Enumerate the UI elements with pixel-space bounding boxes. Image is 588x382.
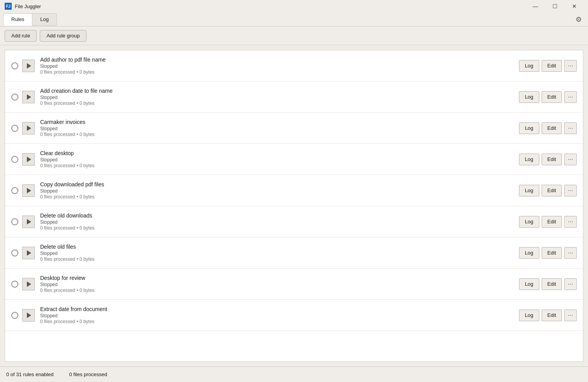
rule-stats: 0 files processed • 0 bytes [40,132,519,137]
rule-actions: Log Edit ··· [519,185,577,196]
play-icon [27,157,31,162]
rule-status: Stopped [40,126,519,131]
rule-item: Carmaker invoices Stopped 0 files proces… [5,113,583,144]
settings-icon[interactable]: ⚙ [572,13,585,26]
rule-more-button[interactable]: ··· [564,154,577,165]
rule-edit-button[interactable]: Edit [542,309,562,321]
rule-enable-radio[interactable] [11,62,18,69]
rule-info: Delete old downloads Stopped 0 files pro… [40,212,519,231]
minimize-button[interactable]: — [526,0,544,12]
rule-info: Desktop for review Stopped 0 files proce… [40,275,519,293]
files-processed-status: 0 files processed [69,371,107,377]
tab-rules[interactable]: Rules [3,13,32,26]
rule-log-button[interactable]: Log [519,278,539,290]
rule-item: Add author to pdf file name Stopped 0 fi… [5,50,583,81]
rule-play-button[interactable] [22,278,35,290]
rule-play-button[interactable] [22,309,35,322]
rule-log-button[interactable]: Log [519,216,539,228]
rule-more-button[interactable]: ··· [564,91,577,103]
add-rule-button[interactable]: Add rule [5,30,37,42]
rule-more-button[interactable]: ··· [564,216,577,228]
title-bar: FJ File Juggler — ☐ ✕ [0,0,588,12]
rule-enable-radio[interactable] [11,249,18,256]
rule-item: Delete old files Stopped 0 files process… [5,237,583,269]
rule-more-button[interactable]: ··· [564,278,577,290]
rule-log-button[interactable]: Log [519,185,539,196]
play-icon [27,188,31,193]
rule-play-button[interactable] [22,91,35,103]
maximize-button[interactable]: ☐ [546,0,564,12]
rule-name: Add author to pdf file name [40,57,519,63]
rule-status: Stopped [40,157,519,163]
rule-enable-radio[interactable] [11,187,18,194]
rule-play-button[interactable] [22,184,35,197]
rule-play-button[interactable] [22,122,35,134]
rule-edit-button[interactable]: Edit [542,216,562,228]
rule-name: Copy downloaded pdf files [40,181,519,187]
app-icon: FJ [5,3,12,10]
rule-enable-radio[interactable] [11,281,18,288]
window-controls: — ☐ ✕ [526,0,583,12]
rule-more-button[interactable]: ··· [564,309,577,321]
rules-list[interactable]: Add author to pdf file name Stopped 0 fi… [5,50,583,361]
rule-edit-button[interactable]: Edit [542,122,562,134]
play-icon [27,63,31,69]
rule-stats: 0 files processed • 0 bytes [40,69,519,75]
rule-info: Add author to pdf file name Stopped 0 fi… [40,57,519,75]
rule-name: Delete old files [40,244,519,250]
rule-actions: Log Edit ··· [519,247,577,259]
tab-bar: Rules Log ⚙ [0,12,588,27]
rule-edit-button[interactable]: Edit [542,91,562,103]
rule-log-button[interactable]: Log [519,60,539,72]
rule-info: Clear desktop Stopped 0 files processed … [40,150,519,168]
rule-more-button[interactable]: ··· [564,185,577,196]
rule-name: Desktop for review [40,275,519,281]
rule-actions: Log Edit ··· [519,216,577,228]
rule-actions: Log Edit ··· [519,154,577,165]
rule-status: Stopped [40,64,519,69]
rule-more-button[interactable]: ··· [564,60,577,72]
rule-log-button[interactable]: Log [519,122,539,134]
rule-edit-button[interactable]: Edit [542,185,562,196]
tab-log[interactable]: Log [32,13,57,26]
rule-log-button[interactable]: Log [519,247,539,259]
rule-play-button[interactable] [22,247,35,259]
add-rule-group-button[interactable]: Add rule group [40,30,86,42]
rule-item: Clear desktop Stopped 0 files processed … [5,144,583,175]
rule-enable-radio[interactable] [11,125,18,132]
rule-item: Add creation date to file name Stopped 0… [5,81,583,113]
rule-play-button[interactable] [22,60,35,72]
play-icon [27,313,31,318]
rule-enable-radio[interactable] [11,94,18,101]
rule-enable-radio[interactable] [11,312,18,319]
rule-edit-button[interactable]: Edit [542,154,562,165]
rule-more-button[interactable]: ··· [564,122,577,134]
rule-stats: 0 files processed • 0 bytes [40,256,519,262]
rule-item: Delete old downloads Stopped 0 files pro… [5,206,583,237]
rule-item: Extract date from document Stopped 0 fil… [5,300,583,331]
rule-actions: Log Edit ··· [519,278,577,290]
rule-log-button[interactable]: Log [519,154,539,165]
rule-name: Add creation date to file name [40,88,519,94]
rule-status: Stopped [40,95,519,100]
play-icon [27,126,31,131]
rule-enable-radio[interactable] [11,156,18,163]
rule-stats: 0 files processed • 0 bytes [40,319,519,324]
rules-enabled-status: 0 of 31 rules enabled [6,371,53,377]
rules-panel: Add author to pdf file name Stopped 0 fi… [5,50,583,362]
close-button[interactable]: ✕ [565,0,583,12]
status-bar: 0 of 31 rules enabled 0 files processed [0,366,588,382]
rule-edit-button[interactable]: Edit [542,278,562,290]
main-content: Add author to pdf file name Stopped 0 fi… [0,45,588,366]
rule-status: Stopped [40,251,519,256]
rule-log-button[interactable]: Log [519,91,539,103]
rule-play-button[interactable] [22,153,35,166]
rule-more-button[interactable]: ··· [564,247,577,259]
rule-edit-button[interactable]: Edit [542,247,562,259]
rule-log-button[interactable]: Log [519,309,539,321]
rule-actions: Log Edit ··· [519,60,577,72]
rule-edit-button[interactable]: Edit [542,60,562,72]
rule-enable-radio[interactable] [11,218,18,225]
rule-play-button[interactable] [22,216,35,228]
play-icon [27,250,31,256]
